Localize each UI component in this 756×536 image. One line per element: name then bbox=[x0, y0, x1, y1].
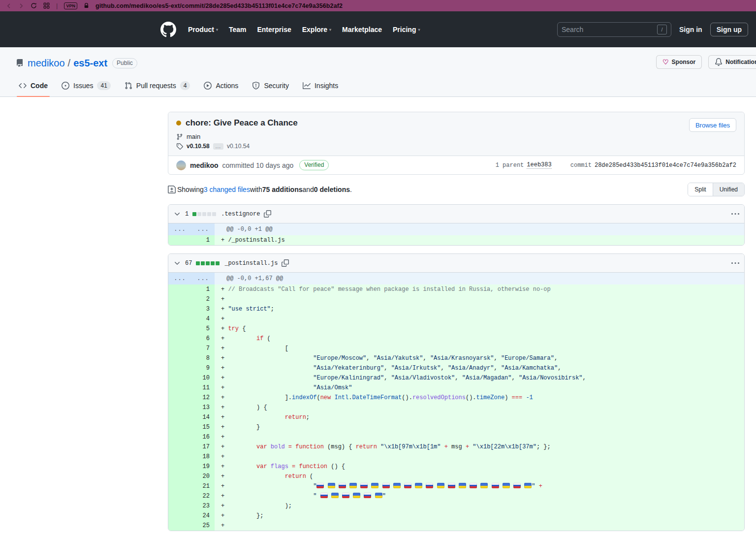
new-line-number[interactable]: 19 bbox=[191, 462, 215, 472]
repo-name-link[interactable]: es5-ext bbox=[73, 58, 107, 69]
new-line-number[interactable]: 25 bbox=[191, 521, 215, 531]
new-line-number[interactable]: 23 bbox=[191, 501, 215, 511]
reload-icon[interactable] bbox=[31, 2, 37, 9]
tab-code[interactable]: Code bbox=[12, 77, 55, 96]
new-line-number[interactable]: 17 bbox=[191, 442, 215, 452]
file-name-link[interactable]: .testignore bbox=[221, 211, 260, 218]
tag-oldest[interactable]: v0.10.54 bbox=[227, 143, 250, 150]
old-line-number[interactable] bbox=[168, 472, 191, 481]
back-icon[interactable] bbox=[6, 3, 12, 9]
expand-hunk-cell[interactable]: ... bbox=[168, 273, 191, 284]
repo-owner-link[interactable]: medikoo bbox=[28, 58, 65, 69]
old-line-number[interactable] bbox=[168, 452, 191, 462]
tab-security[interactable]: Security bbox=[245, 77, 296, 96]
tag-newest[interactable]: v0.10.58 bbox=[187, 143, 210, 150]
new-line-number[interactable]: 1 bbox=[191, 235, 215, 245]
new-line-number[interactable]: 1 bbox=[191, 284, 215, 294]
vpn-badge[interactable]: VPN bbox=[64, 2, 77, 9]
new-line-number[interactable]: 3 bbox=[191, 304, 215, 314]
verified-badge[interactable]: Verified bbox=[299, 160, 329, 170]
expand-hunk-cell[interactable]: ... bbox=[168, 223, 191, 235]
new-line-number[interactable]: 14 bbox=[191, 412, 215, 422]
author-avatar[interactable] bbox=[176, 160, 186, 170]
sign-up-button[interactable]: Sign up bbox=[710, 23, 748, 36]
old-line-number[interactable] bbox=[168, 412, 191, 422]
old-line-number[interactable] bbox=[168, 314, 191, 324]
tab-actions[interactable]: Actions bbox=[197, 77, 245, 96]
new-line-number[interactable]: 15 bbox=[191, 422, 215, 432]
new-line-number[interactable]: 6 bbox=[191, 334, 215, 344]
tab-overview-icon[interactable] bbox=[43, 2, 50, 9]
address-bar[interactable]: github.com/medikoo/es5-ext/commit/28de28… bbox=[95, 2, 343, 9]
new-line-number[interactable]: 24 bbox=[191, 511, 215, 521]
new-line-number[interactable]: 10 bbox=[191, 373, 215, 383]
old-line-number[interactable] bbox=[168, 511, 191, 521]
search-input[interactable]: Search / bbox=[557, 22, 671, 37]
browse-files-button[interactable]: Browse files bbox=[689, 118, 736, 132]
new-line-number[interactable]: 20 bbox=[191, 472, 215, 481]
old-line-number[interactable] bbox=[168, 383, 191, 393]
old-line-number[interactable] bbox=[168, 422, 191, 432]
copy-file-path-button[interactable] bbox=[282, 259, 289, 267]
old-line-number[interactable] bbox=[168, 403, 191, 412]
old-line-number[interactable] bbox=[168, 294, 191, 304]
unified-view-button[interactable]: Unified bbox=[713, 183, 744, 196]
nav-marketplace[interactable]: Marketplace bbox=[342, 26, 382, 33]
new-line-number[interactable]: 8 bbox=[191, 353, 215, 363]
new-line-number[interactable]: 4 bbox=[191, 314, 215, 324]
github-logo-icon[interactable] bbox=[160, 22, 176, 37]
old-line-number[interactable] bbox=[168, 344, 191, 353]
new-line-number[interactable]: 16 bbox=[191, 432, 215, 442]
nav-enterprise[interactable]: Enterprise bbox=[257, 26, 291, 33]
author-login[interactable]: medikoo bbox=[190, 161, 219, 169]
new-line-number[interactable]: 18 bbox=[191, 452, 215, 462]
file-options-button[interactable] bbox=[731, 259, 739, 267]
new-line-number[interactable]: 7 bbox=[191, 344, 215, 353]
new-line-number[interactable]: 5 bbox=[191, 324, 215, 334]
branch-name[interactable]: main bbox=[187, 133, 200, 140]
old-line-number[interactable] bbox=[168, 363, 191, 373]
sponsor-button[interactable]: ♡ Sponsor bbox=[656, 55, 702, 69]
nav-pricing[interactable]: Pricing▾ bbox=[393, 26, 420, 33]
nav-team[interactable]: Team bbox=[229, 26, 247, 33]
new-line-number[interactable]: 9 bbox=[191, 363, 215, 373]
old-line-number[interactable] bbox=[168, 462, 191, 472]
new-line-number[interactable]: 12 bbox=[191, 393, 215, 403]
old-line-number[interactable] bbox=[168, 373, 191, 383]
old-line-number[interactable] bbox=[168, 284, 191, 294]
old-line-number[interactable] bbox=[168, 521, 191, 531]
copy-file-path-button[interactable] bbox=[264, 210, 271, 218]
expand-hunk-cell[interactable]: ... bbox=[191, 273, 215, 284]
nav-explore[interactable]: Explore▾ bbox=[302, 26, 331, 33]
old-line-number[interactable] bbox=[168, 432, 191, 442]
tab-pull-requests[interactable]: Pull requests4 bbox=[118, 77, 197, 96]
notifications-button[interactable]: Notifications bbox=[708, 55, 756, 69]
old-line-number[interactable] bbox=[168, 324, 191, 334]
old-line-number[interactable] bbox=[168, 481, 191, 491]
old-line-number[interactable] bbox=[168, 235, 191, 245]
tab-insights[interactable]: Insights bbox=[296, 77, 345, 96]
old-line-number[interactable] bbox=[168, 353, 191, 363]
file-options-button[interactable] bbox=[731, 210, 739, 218]
old-line-number[interactable] bbox=[168, 393, 191, 403]
split-view-button[interactable]: Split bbox=[688, 183, 712, 196]
tab-issues[interactable]: Issues41 bbox=[55, 77, 118, 96]
old-line-number[interactable] bbox=[168, 442, 191, 452]
old-line-number[interactable] bbox=[168, 334, 191, 344]
new-line-number[interactable]: 22 bbox=[191, 491, 215, 501]
changed-files-link[interactable]: 3 changed files bbox=[204, 186, 250, 193]
file-name-link[interactable]: _postinstall.js bbox=[224, 260, 278, 267]
lock-icon[interactable] bbox=[84, 2, 89, 9]
new-line-number[interactable]: 13 bbox=[191, 403, 215, 412]
old-line-number[interactable] bbox=[168, 491, 191, 501]
forward-icon[interactable] bbox=[18, 3, 24, 9]
nav-product[interactable]: Product▾ bbox=[188, 26, 218, 33]
new-line-number[interactable]: 11 bbox=[191, 383, 215, 393]
new-line-number[interactable]: 2 bbox=[191, 294, 215, 304]
parent-sha-link[interactable]: 1eeb383 bbox=[527, 161, 551, 169]
new-line-number[interactable]: 21 bbox=[191, 481, 215, 491]
expand-hunk-cell[interactable]: ... bbox=[191, 223, 215, 235]
old-line-number[interactable] bbox=[168, 304, 191, 314]
tag-range-expander[interactable]: ... bbox=[213, 143, 223, 150]
sign-in-link[interactable]: Sign in bbox=[679, 26, 702, 33]
